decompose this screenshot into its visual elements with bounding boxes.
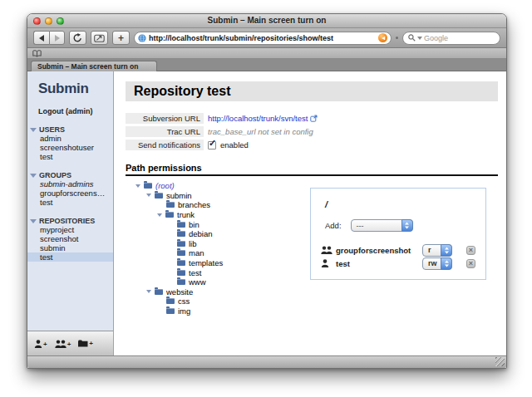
browser-window: Submin – Main screen turn on + http://lo…: [27, 13, 507, 369]
field-row-trac-url: Trac URL trac_base_url not set in config: [126, 126, 498, 137]
sidebar-section-users-header[interactable]: USERS: [27, 125, 113, 134]
disclosure-triangle-icon[interactable]: [157, 213, 162, 217]
folder-icon: [177, 241, 185, 247]
disclosure-triangle-icon[interactable]: [30, 174, 37, 178]
tab-bar: Submin – Main screen turn on: [27, 59, 506, 71]
disclosure-triangle-icon[interactable]: [135, 184, 140, 188]
sidebar-item-repo-myproject[interactable]: myproject: [27, 225, 113, 234]
reload-icon: [73, 33, 82, 42]
add-permission-row: Add: ---: [325, 219, 485, 232]
add-label: Add:: [325, 221, 342, 230]
bookmarks-bar: [27, 48, 506, 59]
report-bug-button[interactable]: [91, 31, 108, 45]
resize-grip[interactable]: [495, 357, 505, 366]
folder-icon: [177, 222, 185, 228]
sidebar-item-group-groupforscreenshot[interactable]: groupforscreens…: [27, 189, 113, 198]
bookmarks-book-icon[interactable]: [32, 50, 42, 57]
checkmark-icon: ✓: [209, 138, 216, 149]
sidebar-item-group-test[interactable]: test: [27, 198, 113, 207]
sidebar-section-label: GROUPS: [39, 171, 71, 179]
window-controls: [33, 17, 64, 25]
add-repository-button[interactable]: +: [78, 340, 93, 347]
select-stepper-icon: [441, 244, 452, 257]
tree-node-css[interactable]: css: [178, 297, 190, 306]
sidebar-footer: + + +: [27, 331, 113, 355]
sidebar-section-groups-header[interactable]: GROUPS: [27, 171, 113, 179]
permission-select[interactable]: r: [422, 244, 452, 257]
tree-node-trunk[interactable]: trunk: [177, 210, 195, 219]
tree-node-templates[interactable]: templates: [189, 258, 223, 267]
address-bar[interactable]: http://localhost/trunk/submin/repositori…: [134, 32, 392, 45]
permission-entry-name: groupforscreenshot: [336, 246, 422, 255]
tree-node-root[interactable]: (root): [155, 181, 175, 190]
field-resize-handle[interactable]: [396, 37, 398, 39]
tree-node-submin[interactable]: submin: [166, 191, 192, 200]
tree-node-man[interactable]: man: [189, 248, 204, 257]
sidebar: Submin Logout (admin) USERS admin screen…: [27, 71, 114, 355]
sidebar-item-repo-screenshot[interactable]: screenshot: [27, 234, 113, 243]
app-title: Submin: [38, 81, 113, 97]
folder-icon: [78, 340, 88, 347]
tree-node-www[interactable]: www: [189, 277, 206, 287]
folder-icon: [177, 279, 185, 285]
disclosure-triangle-icon[interactable]: [30, 219, 37, 223]
tree-node-branches[interactable]: branches: [178, 200, 210, 209]
tree-node-test[interactable]: test: [189, 268, 201, 277]
permission-select[interactable]: rw: [422, 257, 452, 270]
path-permissions-area: (root) submin branches trunk bin debian …: [126, 181, 498, 316]
disclosure-triangle-icon[interactable]: [146, 194, 151, 197]
disclosure-triangle-icon[interactable]: [30, 128, 37, 132]
tree-node-lib[interactable]: lib: [189, 239, 197, 248]
plus-icon: +: [118, 34, 124, 42]
tab-submin[interactable]: Submin – Main screen turn on: [31, 61, 157, 71]
back-button[interactable]: [33, 31, 49, 45]
remove-permission-button[interactable]: ×: [466, 259, 475, 268]
minimize-window-button[interactable]: [45, 17, 52, 25]
field-row-send-notifications: Send notifications ✓ enabled: [126, 140, 498, 150]
field-label: Subversion URL: [126, 113, 204, 124]
sidebar-item-user-test[interactable]: test: [27, 152, 113, 161]
tree-row: website: [135, 287, 498, 297]
plus-icon: +: [43, 341, 47, 348]
window-titlebar[interactable]: Submin – Main screen turn on: [27, 14, 506, 28]
disclosure-triangle-icon[interactable]: [146, 290, 151, 293]
sidebar-item-repo-submin[interactable]: submin: [27, 243, 113, 252]
back-icon: [39, 35, 44, 42]
tree-node-debian[interactable]: debian: [189, 229, 213, 238]
field-label: Trac URL: [126, 126, 204, 137]
path-permissions-heading: Path permissions: [126, 163, 498, 176]
search-options-chevron-icon[interactable]: [417, 37, 422, 40]
tree-node-website[interactable]: website: [166, 287, 193, 297]
logout-link[interactable]: Logout (admin): [38, 107, 113, 115]
address-url[interactable]: http://localhost/trunk/submin/repositori…: [149, 34, 333, 42]
folder-icon: [144, 183, 152, 189]
tree-node-bin[interactable]: bin: [189, 220, 200, 229]
search-field[interactable]: Google: [402, 32, 500, 45]
permissions-panel: / Add: --- grou: [310, 188, 486, 280]
external-link-icon[interactable]: [310, 115, 318, 122]
reload-button[interactable]: [69, 31, 86, 45]
sidebar-item-user-admin[interactable]: admin: [27, 134, 113, 143]
tree-node-img[interactable]: img: [178, 306, 190, 316]
window-title: Submin – Main screen turn on: [27, 14, 506, 27]
close-window-button[interactable]: [33, 17, 41, 25]
add-group-button[interactable]: +: [55, 340, 71, 348]
sidebar-item-user-screenshotuser[interactable]: screenshotuser: [27, 143, 113, 152]
add-bookmark-button[interactable]: +: [112, 31, 130, 45]
notifications-checkbox[interactable]: ✓: [208, 141, 216, 149]
tab-label: Submin – Main screen turn on: [37, 62, 138, 71]
folder-icon: [155, 289, 163, 295]
permission-select-value: rw: [428, 259, 437, 267]
snapback-icon[interactable]: [378, 33, 387, 42]
add-permission-select[interactable]: ---: [351, 219, 413, 232]
sidebar-section-repositories-header[interactable]: REPOSITORIES: [27, 217, 113, 225]
subversion-url-link[interactable]: http://localhost/trunk/svn/test: [208, 114, 308, 123]
report-bug-icon: [94, 34, 105, 42]
add-permission-select-value: ---: [357, 222, 364, 230]
sidebar-item-group-submin-admins[interactable]: submin-admins: [27, 179, 113, 189]
sidebar-item-repo-test[interactable]: test: [27, 252, 113, 262]
zoom-window-button[interactable]: [57, 17, 64, 25]
add-user-button[interactable]: +: [34, 340, 47, 348]
remove-permission-button[interactable]: ×: [466, 246, 475, 255]
forward-button[interactable]: [49, 31, 65, 45]
